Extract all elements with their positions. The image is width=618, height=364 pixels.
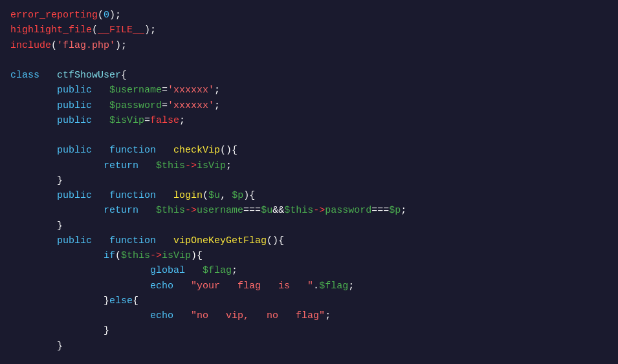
code-line-14: return $this->username===$u&&$this->pass… [10,203,608,218]
code-line-5: class ctfShowUser{ [10,68,608,83]
code-line-21: echo "no vip, no flag"; [10,308,608,323]
code-line-7: public $password='xxxxxx'; [10,98,608,113]
code-line-10: public function checkVip(){ [10,143,608,158]
code-line-22: } [10,323,608,338]
code-line-24 [10,354,608,364]
code-line-17: if($this->isVip){ [10,248,608,263]
code-line-6: public $username='xxxxxx'; [10,83,608,98]
code-line-8: public $isVip=false; [10,113,608,128]
code-line-20: }else{ [10,294,608,308]
code-line-23: } [10,339,608,354]
code-line-11: return $this->isVip; [10,158,608,173]
code-line-4 [10,53,608,68]
code-line-9 [10,128,608,143]
code-line-12: } [10,173,608,188]
code-line-16: public function vipOneKeyGetFlag(){ [10,233,608,248]
code-line-13: public function login($u, $p){ [10,188,608,203]
code-line-3: include('flag.php'); [10,38,608,53]
code-line-18: global $flag; [10,263,608,278]
code-line-2: highlight_file(__FILE__); [10,23,608,37]
code-line-1: error_reporting(0); [10,8,608,23]
code-container: error_reporting(0); highlight_file(__FIL… [0,0,618,364]
code-line-19: echo "your flag is ".$flag; [10,279,608,294]
code-line-15: } [10,219,608,233]
